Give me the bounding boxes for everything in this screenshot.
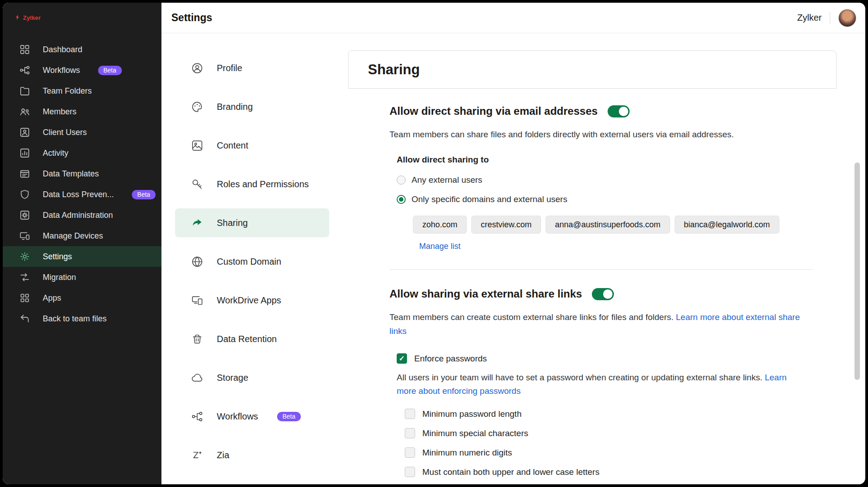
sidebar-item-data-templates[interactable]: Data Templates [3,163,161,184]
sidebar-item-label: Data Templates [43,169,99,179]
settings-nav-label: Branding [217,102,253,112]
sidebar-item-data-loss-prevention[interactable]: Data Loss Preven... Beta [3,184,161,205]
settings-nav-label: Sharing [217,218,248,228]
content-image-icon [191,140,203,152]
share-links-title: Allow sharing via external share links [389,288,582,300]
checkbox-checked-icon [397,353,407,364]
sidebar-item-data-administration[interactable]: Data Administration [3,205,161,225]
checkbox-icon [405,428,415,438]
section-divider [389,269,813,270]
sidebar-item-manage-devices[interactable]: Manage Devices [3,225,161,246]
activity-icon [19,148,30,158]
sidebar-item-workflows[interactable]: Workflows Beta [3,60,161,81]
workflows-icon [191,410,203,423]
sidebar-item-label: Settings [43,252,72,262]
sidebar-item-label: Dashboard [43,45,82,54]
checkbox-minimum-numeric-digits[interactable]: Minimum numeric digits [405,446,813,459]
sidebar-item-dashboard[interactable]: Dashboard [3,39,161,60]
sidebar-item-label: Apps [43,293,61,303]
sidebar-item-members[interactable]: Members [3,101,161,122]
settings-nav-label: Content [217,140,248,151]
settings-nav-label: Roles and Permissions [217,179,309,189]
manage-devices-icon [19,230,30,241]
direct-sharing-title: Allow direct sharing via email addresses [389,105,598,117]
allowed-entry-chip: crestview.com [471,216,541,234]
sidebar-item-label: Manage Devices [43,231,103,241]
direct-sharing-subheading: Allow direct sharing to [397,155,813,165]
team-name: Zylker [797,13,822,23]
sharing-card-content: Allow direct sharing via email addresses… [348,89,837,484]
radio-icon [397,176,406,185]
radio-any-external-users[interactable]: Any external users [397,174,813,186]
key-icon [191,178,203,190]
sidebar-item-label: Workflows [43,66,80,75]
sidebar-item-back-to-team-files[interactable]: Back to team files [3,308,161,329]
settings-nav-label: Custom Domain [217,257,281,267]
beta-badge: Beta [277,412,301,421]
sidebar-item-label: Members [43,107,76,117]
settings-nav-workflows[interactable]: Workflows Beta [175,402,329,431]
team-folders-icon [19,86,30,96]
settings-nav-zia[interactable]: Zia [175,441,329,469]
topbar-divider [830,12,830,24]
migration-icon [19,272,30,283]
settings-nav-profile[interactable]: Profile [175,54,329,82]
sidebar-item-label: Client Users [43,128,87,137]
app-window: Zylker Dashboard Workflows Beta Team Fol… [3,3,865,484]
sidebar-item-label: Data Administration [43,211,113,220]
share-links-toggle[interactable] [592,288,614,300]
direct-sharing-toggle[interactable] [608,105,630,117]
share-links-description: Team members can create custom external … [389,310,813,338]
brand-logo: Zylker [3,3,161,39]
sidebar-item-apps[interactable]: Apps [3,288,161,308]
sidebar-item-client-users[interactable]: Client Users [3,122,161,143]
zia-icon [191,449,203,461]
checkbox-upper-lower-case[interactable]: Must contain both upper and lower case l… [405,466,813,478]
sidebar-item-migration[interactable]: Migration [3,267,161,288]
page-title: Settings [171,12,212,24]
checkbox-minimum-special-characters[interactable]: Minimum special characters [405,427,813,439]
checkbox-minimum-password-length[interactable]: Minimum password length [405,408,813,420]
manage-list-link[interactable]: Manage list [419,242,461,251]
sharing-card-header: Sharing [348,50,837,89]
devices-icon [191,294,203,307]
sidebar-item-team-folders[interactable]: Team Folders [3,81,161,101]
settings-nav-label: Profile [217,63,242,73]
radio-selected-icon [397,195,406,204]
dashboard-icon [19,44,30,55]
allowed-entry-chip: bianca@legalworld.com [675,216,779,234]
data-loss-prevention-icon [19,189,30,200]
sidebar-item-label: Back to team files [43,314,107,324]
settings-nav-label: Data Retention [217,334,277,344]
sidebar-item-activity[interactable]: Activity [3,143,161,163]
direct-sharing-description: Team members can share files and folders… [389,127,813,141]
settings-nav-data-retention[interactable]: Data Retention [175,325,329,353]
topbar: Settings Zylker [161,3,865,33]
sidebar-item-settings[interactable]: Settings [3,246,161,267]
scrollbar-thumb[interactable] [855,162,860,380]
avatar[interactable] [838,9,856,27]
client-users-icon [19,127,30,138]
allowed-entries-list: zoho.com crestview.com anna@austinsuperf… [413,216,813,234]
enforce-passwords-checkbox[interactable]: Enforce passwords [397,353,813,364]
sidebar-item-label: Activity [43,149,68,158]
settings-nav-workdrive-apps[interactable]: WorkDrive Apps [175,286,329,315]
settings-nav-sharing[interactable]: Sharing [175,208,329,237]
workflows-icon [19,65,30,76]
sharing-panel: Sharing Allow direct sharing via email a… [332,33,865,484]
settings-nav-roles-permissions[interactable]: Roles and Permissions [175,170,329,198]
settings-nav-custom-domain[interactable]: Custom Domain [175,247,329,276]
allowed-entry-chip: zoho.com [413,216,467,234]
direct-sharing-radio-group: Any external users Only specific domains… [397,174,813,206]
settings-nav-content[interactable]: Content [175,131,329,160]
enforce-passwords-description: All users in your team will have to set … [397,371,804,398]
settings-nav-branding[interactable]: Branding [175,92,329,121]
settings-nav-storage[interactable]: Storage [175,363,329,392]
radio-specific-domains[interactable]: Only specific domains and external users [397,193,813,206]
settings-nav-label: Workflows [217,411,258,422]
enforce-passwords-block: Enforce passwords All users in your team… [397,353,813,478]
beta-badge: Beta [132,190,156,199]
data-templates-icon [19,168,30,179]
settings-nav-label: Zia [217,450,229,460]
zylker-logo-icon [14,14,20,20]
